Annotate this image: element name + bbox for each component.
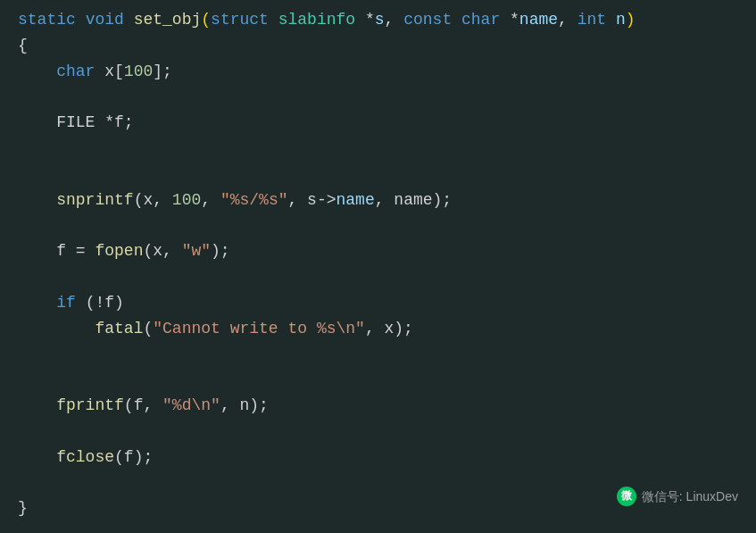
code-line: if (!f): [18, 290, 738, 316]
code-line: [18, 84, 738, 110]
watermark-text: 微信号: LinuxDev: [642, 487, 738, 506]
code-line: fatal("Cannot write to %s\n", x);: [18, 316, 738, 342]
code-block: static void set_obj(struct slabinfo *s, …: [18, 7, 738, 521]
code-line: char x[100];: [18, 59, 738, 85]
code-line: f = fopen(x, "w");: [18, 238, 738, 264]
watermark: 微 微信号: LinuxDev: [617, 487, 738, 506]
code-line: [18, 341, 738, 367]
code-line: [18, 136, 738, 162]
code-line: [18, 212, 738, 238]
code-line: [18, 419, 738, 445]
code-line: fprintf(f, "%d\n", n);: [18, 393, 738, 419]
code-line: {: [18, 33, 738, 59]
code-line: FILE *f;: [18, 110, 738, 136]
code-line: [18, 264, 738, 290]
code-line: [18, 162, 738, 187]
code-line: [18, 367, 738, 393]
wechat-icon: 微: [617, 487, 636, 506]
code-container: static void set_obj(struct slabinfo *s, …: [0, 0, 756, 533]
code-line: fclose(f);: [18, 445, 738, 471]
code-line: snprintf(x, 100, "%s/%s", s->name, name)…: [18, 187, 738, 213]
code-line: static void set_obj(struct slabinfo *s, …: [18, 7, 738, 33]
